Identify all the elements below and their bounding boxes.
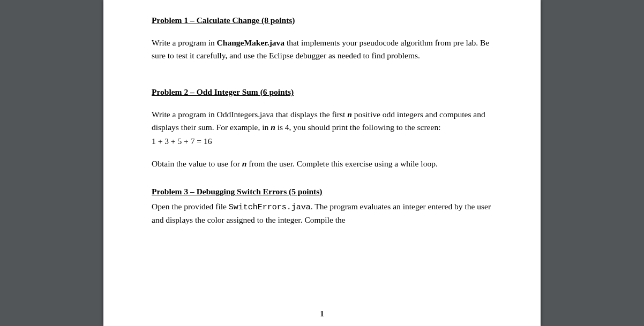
problem-2-text2-c: from the user. Complete this exercise us… bbox=[246, 159, 437, 168]
problem-1-section: Problem 1 – Calculate Change (8 points) … bbox=[152, 14, 492, 62]
problem-2-paragraph-2: Obtain the value to use for n from the u… bbox=[152, 157, 492, 170]
page-number: 1 bbox=[103, 310, 541, 319]
problem-1-text-a: Write a program in bbox=[152, 38, 217, 47]
problem-2-text-e: is 4, you should print the following to … bbox=[275, 123, 441, 132]
problem-2-section: Problem 2 – Odd Integer Sum (6 points) W… bbox=[152, 86, 492, 170]
problem-1-heading: Problem 1 – Calculate Change (8 points) bbox=[152, 14, 492, 27]
problem-3-filename: SwitchErrors.java bbox=[229, 203, 311, 212]
problem-3-heading: Problem 3 – Debugging Switch Errors (5 p… bbox=[152, 185, 492, 198]
page-content: Problem 1 – Calculate Change (8 points) … bbox=[152, 14, 492, 226]
problem-2-text-a: Write a program in OddIntegers.java that… bbox=[152, 110, 347, 119]
problem-3-text-a: Open the provided file bbox=[152, 202, 229, 211]
problem-1-paragraph: Write a program in ChangeMaker.java that… bbox=[152, 36, 492, 62]
problem-2-var-n-1: n bbox=[347, 110, 352, 119]
problem-2-var-n-2: n bbox=[271, 123, 275, 132]
problem-1-filename: ChangeMaker.java bbox=[217, 38, 284, 47]
problem-2-paragraph-1: Write a program in OddIntegers.java that… bbox=[152, 108, 492, 134]
document-page: Problem 1 – Calculate Change (8 points) … bbox=[103, 0, 541, 326]
problem-3-paragraph: Open the provided file SwitchErrors.java… bbox=[152, 200, 492, 226]
problem-2-text2-a: Obtain the value to use for bbox=[152, 159, 242, 168]
problem-3-section: Problem 3 – Debugging Switch Errors (5 p… bbox=[152, 185, 492, 226]
problem-2-heading: Problem 2 – Odd Integer Sum (6 points) bbox=[152, 86, 492, 98]
problem-2-sample-output: 1 + 3 + 5 + 7 = 16 bbox=[152, 135, 492, 148]
